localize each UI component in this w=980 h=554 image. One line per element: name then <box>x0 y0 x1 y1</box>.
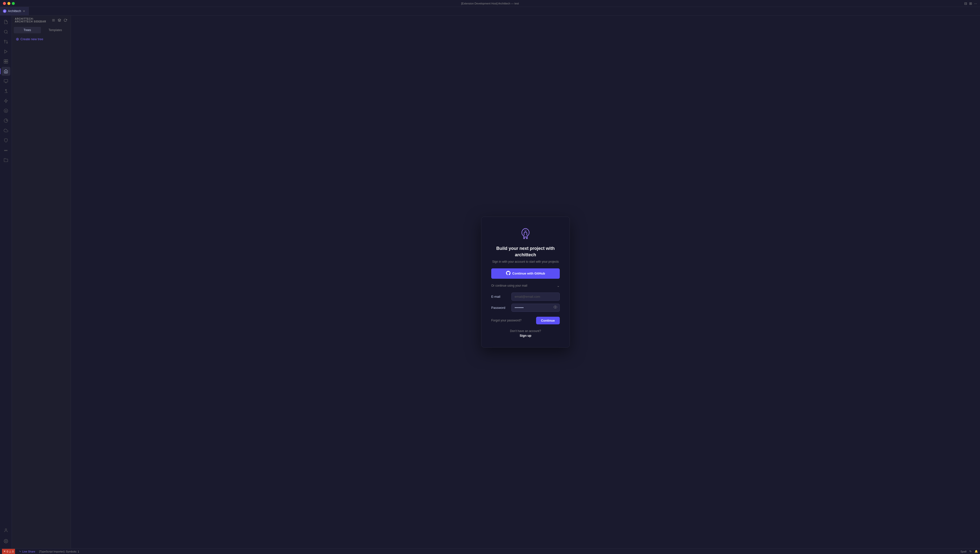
sync-button[interactable]: ↻ <box>969 550 972 553</box>
sidebar-item-flask[interactable] <box>2 86 10 96</box>
sidebar-item-archittech[interactable] <box>2 67 10 76</box>
statusbar-right: Spell ↻ 🔔 <box>961 550 978 553</box>
svg-marker-5 <box>5 50 7 53</box>
chevron-down-icon[interactable]: ⌄ <box>557 284 560 287</box>
forgot-password-link[interactable]: Forgot your password? <box>491 319 522 322</box>
sidebar-title: ARCHITTECH: ARCHITTECH SIDEBAR <box>15 18 51 23</box>
bell-button[interactable]: 🔔 <box>975 550 978 553</box>
bell-icon: 🔔 <box>975 550 978 553</box>
statusbar-error-section[interactable]: ✕ 0 △ 0 <box>2 549 15 554</box>
svg-point-25 <box>555 307 556 308</box>
create-new-tree-button[interactable]: ⊕ Create new tree <box>13 35 70 43</box>
tab-label: Archittech <box>8 10 21 13</box>
sidebar-item-search[interactable] <box>2 27 10 36</box>
sidebar-item-account[interactable] <box>2 526 10 535</box>
activity-bar: aws <box>0 16 12 549</box>
forgot-row: Forgot your password? Continue <box>491 317 560 324</box>
svg-line-1 <box>6 33 7 33</box>
github-btn-label: Continue with GitHub <box>512 271 545 275</box>
sidebar-item-files[interactable] <box>2 18 10 26</box>
divider-row: Or continue using your mail ⌄ <box>491 284 560 287</box>
more-icon[interactable]: ··· <box>974 2 977 5</box>
email-label: E-mail <box>491 295 509 299</box>
login-card: Build your next project with archittech … <box>481 217 570 347</box>
sidebar-item-cloud[interactable] <box>2 126 10 135</box>
statusbar: ✕ 0 △ 0 ⤷ Live Share [TypeScript Importe… <box>0 549 980 554</box>
minimize-button[interactable] <box>7 2 10 5</box>
password-wrapper <box>511 303 560 312</box>
sidebar-refresh-icon[interactable] <box>63 18 68 23</box>
sidebar-item-source-control[interactable] <box>2 37 10 46</box>
sidebar-item-download[interactable] <box>2 106 10 115</box>
tab-trees[interactable]: Trees <box>14 27 41 33</box>
divider-text: Or continue using your mail <box>491 284 557 287</box>
svg-point-18 <box>5 528 6 530</box>
svg-point-19 <box>5 541 6 542</box>
svg-point-2 <box>6 42 8 43</box>
error-icon: ✕ <box>3 550 6 553</box>
maximize-button[interactable] <box>12 2 15 5</box>
logo-icon <box>519 227 532 241</box>
email-row: E-mail <box>491 292 560 301</box>
close-button[interactable] <box>3 2 6 5</box>
sidebar-item-remote[interactable] <box>2 77 10 86</box>
sidebar-item-extensions[interactable] <box>2 57 10 66</box>
card-subtitle: Sign in with your account to start with … <box>492 260 559 263</box>
sidebar-sort-icon[interactable] <box>51 18 56 23</box>
typescript-label: [TypeScript Importer]: Symbols: 1 <box>39 550 80 553</box>
split-icon[interactable]: ⊞ <box>969 2 972 5</box>
svg-marker-23 <box>58 19 61 20</box>
live-share-icon: ⤷ <box>19 550 21 553</box>
tab-close-button[interactable]: × <box>22 10 25 13</box>
svg-point-3 <box>4 40 5 41</box>
password-label: Password <box>491 306 509 310</box>
titlebar-title: [Extension Development Host] Archittech … <box>461 2 519 5</box>
live-share-button[interactable]: ⤷ Live Share <box>19 550 35 553</box>
live-share-label: Live Share <box>22 550 35 553</box>
sidebar-item-aws[interactable]: aws <box>2 146 10 155</box>
continue-button[interactable]: Continue <box>536 317 560 324</box>
svg-point-0 <box>4 30 7 33</box>
sidebar-item-radar[interactable] <box>2 116 10 125</box>
tab-archittech[interactable]: A Archittech × <box>0 7 29 15</box>
sidebar-tabs: Trees Templates <box>12 25 71 33</box>
main-content: Build your next project with archittech … <box>71 16 980 549</box>
spell-label: Spell <box>961 550 966 553</box>
sidebar-item-folder[interactable] <box>2 156 10 164</box>
password-row: Password <box>491 303 560 312</box>
tabbar: A Archittech × <box>0 7 980 16</box>
plus-circle-icon: ⊕ <box>16 37 19 42</box>
sidebar-header: ARCHITTECH: ARCHITTECH SIDEBAR <box>12 16 71 25</box>
github-icon <box>506 271 511 276</box>
error-count: 0 <box>6 550 8 553</box>
sidebar-layers-icon[interactable] <box>57 18 62 23</box>
sidebar-item-shield[interactable] <box>2 136 10 145</box>
password-input[interactable] <box>511 303 560 312</box>
sidebar-content: ⊕ Create new tree <box>12 33 71 45</box>
eye-icon[interactable] <box>554 305 557 310</box>
layout-icon[interactable]: ⊟ <box>964 2 967 5</box>
tab-templates[interactable]: Templates <box>42 27 69 33</box>
titlebar-buttons <box>3 2 15 5</box>
warning-icon: △ <box>9 550 11 553</box>
sidebar-item-run[interactable] <box>2 47 10 56</box>
sidebar-item-lightning[interactable] <box>2 96 10 105</box>
warning-count: 0 <box>12 550 14 553</box>
sync-icon: ↻ <box>969 550 972 553</box>
sidebar-item-settings[interactable] <box>2 537 10 546</box>
spell-check-button[interactable]: Spell <box>961 550 966 553</box>
no-account-text: Don't have an account? <box>510 329 541 333</box>
main-layout: aws ARCHITTECH: ARCHITTECH SIDEBAR <box>0 16 980 549</box>
form-group: E-mail Password <box>491 292 560 312</box>
titlebar-right: ⊟ ⊞ ··· <box>964 2 977 5</box>
signup-link[interactable]: Sign up <box>520 334 531 337</box>
svg-rect-9 <box>4 62 6 63</box>
sidebar: ARCHITTECH: ARCHITTECH SIDEBAR <box>12 16 71 549</box>
tab-icon: A <box>3 10 6 13</box>
create-new-tree-label: Create new tree <box>21 37 43 41</box>
email-input[interactable] <box>511 292 560 301</box>
card-title: Build your next project with archittech <box>491 246 560 258</box>
typescript-status[interactable]: [TypeScript Importer]: Symbols: 1 <box>39 550 80 553</box>
titlebar: [Extension Development Host] Archittech … <box>0 0 980 7</box>
github-continue-button[interactable]: Continue with GitHub <box>491 268 560 279</box>
